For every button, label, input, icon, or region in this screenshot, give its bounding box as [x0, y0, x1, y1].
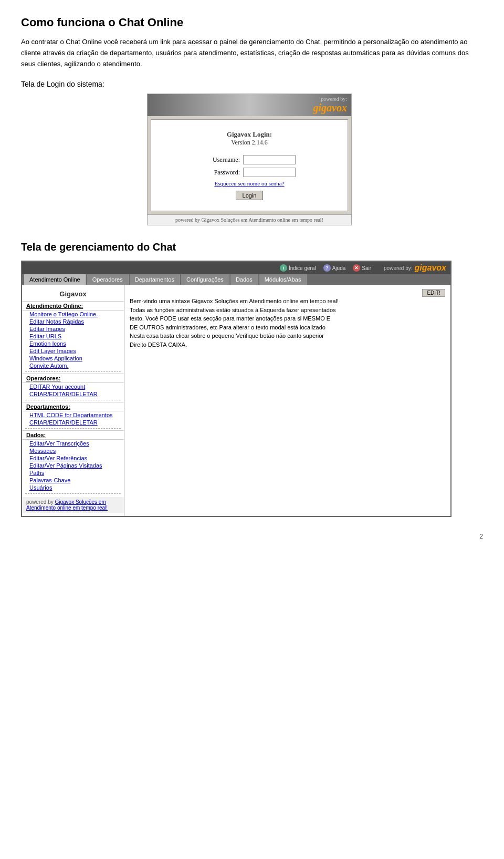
tab-departamentos[interactable]: Departamentos [130, 274, 180, 285]
sidebar-section-title-atendimento: Atendimento Online: [22, 301, 124, 311]
page-title: Como funciona o Chat Online [21, 16, 483, 29]
sidebar-item-emotion-icons[interactable]: Emotion Icons [22, 340, 124, 347]
sidebar-item-transcricoes[interactable]: Editar/Ver Transcrições [22, 440, 124, 447]
sair-label: Sair [362, 265, 371, 271]
sidebar-item-images[interactable]: Editar Images [22, 325, 124, 333]
edit-button[interactable]: EDIT! [422, 289, 445, 297]
sidebar-section-atendimento: Atendimento Online: Monitore o Tráfego O… [22, 301, 124, 369]
chat-mgmt-screenshot: i Índice geral ? Ajuda ✕ Sair powered by… [21, 261, 452, 517]
sair-icon: ✕ [353, 264, 360, 272]
sidebar-item-urls[interactable]: Editar URLS [22, 333, 124, 340]
sidebar-section-operadores: Operadores: EDITAR Your account CRIAR/ED… [22, 374, 124, 398]
content-area: EDIT! Bem-vindo uma sintaxe Gigavox Solu… [124, 285, 450, 516]
sidebar-item-criar-deptos[interactable]: CRIAR/EDITAR/DELETAR [22, 419, 124, 426]
login-title-box: Gigavox Login: Version 2.14.6 [162, 130, 337, 147]
sidebar-section-departamentos: Departamentos: HTML CODE for Departament… [22, 402, 124, 426]
ajuda-item[interactable]: ? Ajuda [323, 264, 346, 272]
sidebar-section-title-departamentos: Departamentos: [22, 402, 124, 411]
top-bar: i Índice geral ? Ajuda ✕ Sair powered by… [22, 262, 450, 274]
page-number: 2 [21, 533, 483, 540]
sidebar-divider-4 [25, 493, 121, 494]
sidebar-section-title-dados: Dados: [22, 430, 124, 440]
sidebar-item-palavras[interactable]: Palavras-Chave [22, 477, 124, 484]
top-logo-text: gigavox [415, 263, 446, 273]
login-section-label: Tela de Login do sistema: [21, 80, 483, 88]
sidebar-footer: powered by Gigavox Soluções em Atendimen… [22, 497, 124, 513]
sidebar-item-referencias[interactable]: Editar/Ver Referências [22, 454, 124, 462]
sidebar-divider-2 [25, 400, 121, 400]
indice-item[interactable]: i Índice geral [280, 264, 316, 272]
login-title-line1: Gigavox Login: [162, 130, 337, 139]
sidebar-item-paths[interactable]: Paths [22, 469, 124, 477]
password-label: Password: [203, 169, 240, 177]
username-label: Username: [203, 156, 240, 164]
sidebar-item-convite[interactable]: Convite Autom. [22, 362, 124, 369]
sidebar-item-criar-operadores[interactable]: CRIAR/EDITAR/DELETAR [22, 390, 124, 398]
sidebar-brand: Gigavox [22, 288, 124, 301]
intro-paragraph: Ao contratar o Chat Online você receberá… [21, 37, 483, 69]
sidebar-divider-1 [25, 371, 121, 372]
login-logo-area: powered by: gigavox [313, 96, 347, 114]
sidebar-item-html-code[interactable]: HTML CODE for Departamentos [22, 411, 124, 419]
tab-dados[interactable]: Dados [230, 274, 258, 285]
sidebar-footer-link[interactable]: Gigavox Soluções em Atendimento online e… [26, 499, 108, 511]
login-logo: gigavox [313, 102, 347, 114]
top-powered-by: powered by: [384, 265, 412, 271]
indice-icon: i [280, 264, 287, 272]
top-logo: powered by: gigavox [384, 263, 446, 273]
username-input[interactable] [243, 155, 296, 164]
ajuda-icon: ? [323, 264, 331, 272]
login-header: powered by: gigavox [148, 94, 351, 116]
sidebar-item-editar-account[interactable]: EDITAR Your account [22, 383, 124, 390]
username-row: Username: [162, 155, 337, 164]
tab-atendimento[interactable]: Atendimento Online [24, 274, 86, 285]
login-powered-by: powered by: [313, 96, 347, 102]
sidebar: Gigavox Atendimento Online: Monitore o T… [22, 285, 124, 516]
login-title-line2: Version 2.14.6 [162, 139, 337, 147]
sidebar-item-monitore[interactable]: Monitore o Tráfego Online. [22, 311, 124, 318]
sidebar-item-layer-images[interactable]: Edit Layer Images [22, 347, 124, 355]
content-body: Bem-vindo uma sintaxe Gigavox Soluções e… [130, 297, 445, 349]
tab-modulos[interactable]: Módulos/Abas [259, 274, 307, 285]
sidebar-section-dados: Dados: Editar/Ver Transcrições Messages … [22, 430, 124, 491]
login-footer: powered by Gigavox Soluções em Atendimen… [148, 214, 351, 225]
sidebar-section-title-operadores: Operadores: [22, 374, 124, 383]
mgmt-section-title: Tela de gerenciamento do Chat [21, 241, 483, 253]
sidebar-item-paginas[interactable]: Editar/Ver Páginas Visitadas [22, 462, 124, 469]
sidebar-item-usuarios[interactable]: Usuários [22, 484, 124, 491]
tab-operadores[interactable]: Operadores [87, 274, 129, 285]
login-body: Gigavox Login: Version 2.14.6 Username: … [151, 119, 348, 211]
indice-label: Índice geral [289, 265, 316, 271]
ajuda-label: Ajuda [332, 265, 346, 271]
nav-bar: Atendimento Online Operadores Departamen… [22, 274, 450, 285]
tab-configuracoes[interactable]: Configurações [181, 274, 229, 285]
sidebar-divider-3 [25, 428, 121, 429]
forgot-password-link[interactable]: Esqueceu seu nome ou senha? [162, 180, 337, 187]
login-screenshot: powered by: gigavox Gigavox Login: Versi… [147, 94, 352, 225]
main-area: Gigavox Atendimento Online: Monitore o T… [22, 285, 450, 516]
login-footer-text: powered by Gigavox Soluções em Atendimen… [175, 217, 323, 223]
sidebar-item-windows-app[interactable]: Windows Application [22, 355, 124, 362]
password-row: Password: [162, 168, 337, 177]
sair-item[interactable]: ✕ Sair [353, 264, 371, 272]
sidebar-item-notas[interactable]: Editar Notas Rápidas [22, 318, 124, 325]
sidebar-item-messages[interactable]: Messages [22, 447, 124, 454]
password-input[interactable] [243, 168, 296, 177]
login-button[interactable]: Login [236, 191, 264, 200]
